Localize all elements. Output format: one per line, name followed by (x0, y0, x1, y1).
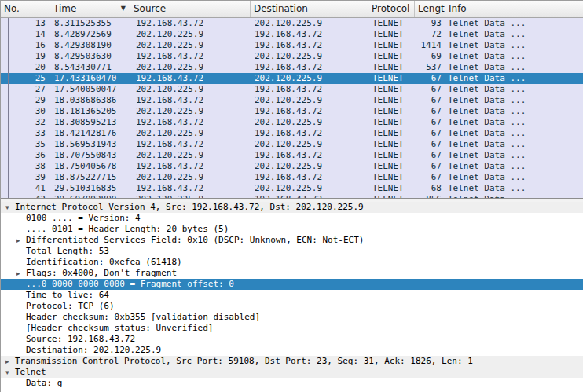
cell-destination: 202.120.225.9 (251, 139, 368, 150)
packet-row[interactable]: 198.429503630192.168.43.72202.120.225.9T… (1, 51, 583, 62)
column-header-time[interactable]: Time ▼ (50, 1, 130, 17)
cell-info: Telnet Data ... (446, 84, 583, 95)
cell-info: Telnet Data ... (446, 29, 583, 40)
detail-row-text: Identification: 0xefea (61418) (1, 257, 182, 268)
cell-protocol: TELNET (368, 29, 415, 40)
detail-row-text: Data: g (1, 378, 62, 389)
cell-destination: 192.168.43.72 (251, 29, 368, 40)
column-header-info[interactable]: Info (446, 1, 583, 17)
cell-time: 18.308595213 (50, 117, 130, 128)
cell-info: Telnet Data ... (446, 117, 583, 128)
cell-protocol: TELNET (368, 73, 415, 84)
sort-descending-icon: ▼ (121, 1, 126, 16)
column-header-no[interactable]: No. (1, 1, 50, 17)
cell-source: 192.168.43.72 (130, 95, 251, 106)
expander-expanded-icon[interactable]: ▾ (6, 202, 9, 213)
packet-row[interactable]: 148.428972569202.120.225.9192.168.43.72T… (1, 29, 583, 40)
cell-protocol: TELNET (368, 128, 415, 139)
packet-row[interactable]: 168.429308190202.120.225.9192.168.43.72T… (1, 40, 583, 51)
detail-row[interactable]: .... 0101 = Header Length: 20 bytes (5) (1, 224, 583, 235)
detail-row[interactable]: ▸Transmission Control Protocol, Src Port… (1, 356, 583, 367)
detail-row[interactable]: [Header checksum status: Unverified] (1, 323, 583, 334)
cell-info: Telnet Data ... (446, 51, 583, 62)
detail-row[interactable]: ▸Flags: 0x4000, Don't fragment (1, 268, 583, 279)
packet-row[interactable]: 3218.308595213192.168.43.72202.120.225.9… (1, 117, 583, 128)
cell-time: 18.181365205 (50, 106, 130, 117)
cell-length: 67 (415, 84, 446, 95)
cell-time: 18.421428176 (50, 128, 130, 139)
detail-row[interactable]: 0100 .... = Version: 4 (1, 213, 583, 224)
wireshark-capture-window: No. Time ▼ Source Destination Protocol L… (0, 0, 583, 392)
detail-row[interactable]: Protocol: TCP (6) (1, 301, 583, 312)
cell-length: 67 (415, 150, 446, 161)
column-header-length[interactable]: Length (415, 1, 446, 17)
detail-row[interactable]: Identification: 0xefea (61418) (1, 257, 583, 268)
cell-protocol: TELNET (368, 84, 415, 95)
detail-row[interactable]: ▾Telnet (1, 367, 583, 378)
cell-time: 17.540050047 (50, 84, 130, 95)
cell-source: 192.168.43.72 (130, 73, 251, 84)
cell-source: 202.120.225.9 (130, 84, 251, 95)
packet-row[interactable]: 3318.421428176202.120.225.9192.168.43.72… (1, 128, 583, 139)
packet-list-header: No. Time ▼ Source Destination Protocol L… (1, 1, 583, 18)
cell-info: Telnet Data ... (446, 194, 583, 198)
cell-destination: 192.168.43.72 (251, 40, 368, 51)
expander-expanded-icon[interactable]: ▾ (6, 367, 9, 378)
cell-protocol: TELNET (368, 139, 415, 150)
cell-protocol: TELNET (368, 117, 415, 128)
cell-time: 8.429308190 (50, 40, 130, 51)
cell-time: 18.875227715 (50, 172, 130, 183)
detail-row-text: Total Length: 53 (1, 246, 109, 257)
cell-source: 192.168.43.72 (130, 161, 251, 172)
column-header-source[interactable]: Source (130, 1, 251, 17)
packet-row[interactable]: 3618.707550843202.120.225.9192.168.43.72… (1, 150, 583, 161)
detail-row-text: Transmission Control Protocol, Src Port:… (1, 356, 473, 367)
cell-length: 68 (415, 183, 446, 194)
cell-destination: 202.120.225.9 (251, 95, 368, 106)
detail-row[interactable]: Header checksum: 0xb355 [validation disa… (1, 312, 583, 323)
packet-row[interactable]: 138.311525355192.168.43.72202.120.225.9T… (1, 18, 583, 29)
column-header-protocol[interactable]: Protocol (368, 1, 415, 17)
detail-row-text: Differentiated Services Field: 0x10 (DSC… (1, 235, 364, 246)
cell-length: 67 (415, 128, 446, 139)
detail-row[interactable]: ▸Differentiated Services Field: 0x10 (DS… (1, 235, 583, 246)
cell-info: Telnet Data ... (446, 183, 583, 194)
cell-destination: 202.120.225.9 (251, 51, 368, 62)
packet-row[interactable]: 3018.181365205202.120.225.9192.168.43.72… (1, 106, 583, 117)
detail-row[interactable]: Total Length: 53 (1, 246, 583, 257)
detail-row[interactable]: Time to live: 64 (1, 290, 583, 301)
packet-row[interactable]: 208.543430771202.120.225.9192.168.43.72T… (1, 62, 583, 73)
cell-protocol: TELNET (368, 106, 415, 117)
detail-row[interactable]: Destination: 202.120.225.9 (1, 345, 583, 356)
packet-row[interactable]: 3518.569531943192.168.43.72202.120.225.9… (1, 139, 583, 150)
cell-time: 17.433160470 (50, 73, 130, 84)
packet-row[interactable]: 3918.875227715202.120.225.9192.168.43.72… (1, 172, 583, 183)
packet-row[interactable]: 2918.038686386192.168.43.72202.120.225.9… (1, 95, 583, 106)
cell-info: Telnet Data ... (446, 106, 583, 117)
packet-list: 138.311525355192.168.43.72202.120.225.9T… (1, 18, 583, 198)
column-header-destination[interactable]: Destination (251, 1, 368, 17)
cell-time: 18.569531943 (50, 139, 130, 150)
packet-row[interactable]: 4129.510316835192.168.43.72202.120.225.9… (1, 183, 583, 194)
cell-time: 8.543430771 (50, 62, 130, 73)
cell-source: 202.120.225.9 (130, 150, 251, 161)
cell-length: 67 (415, 172, 446, 183)
cell-destination: 192.168.43.72 (251, 106, 368, 117)
cell-length: 67 (415, 139, 446, 150)
detail-row-selected[interactable]: ...0 0000 0000 0000 = Fragment offset: 0 (1, 279, 583, 290)
expander-collapsed-icon[interactable]: ▸ (6, 356, 9, 367)
cell-length: 67 (415, 95, 446, 106)
detail-row[interactable]: Data: g (1, 378, 583, 389)
cell-destination: 192.168.43.72 (251, 172, 368, 183)
packet-row[interactable]: 2717.540050047202.120.225.9192.168.43.72… (1, 84, 583, 95)
cell-length: 67 (415, 161, 446, 172)
expander-collapsed-icon[interactable]: ▸ (16, 268, 20, 279)
packet-row-selected[interactable]: 2517.433160470192.168.43.72202.120.225.9… (1, 73, 583, 84)
detail-row[interactable]: ▾Internet Protocol Version 4, Src: 192.1… (1, 202, 583, 213)
packet-row[interactable]: 4229.607092890202.120.225.9192.168.43.72… (1, 194, 583, 198)
detail-row[interactable]: Source: 192.168.43.72 (1, 334, 583, 345)
cell-destination: 192.168.43.72 (251, 194, 368, 198)
packet-row[interactable]: 3818.750405678192.168.43.72202.120.225.9… (1, 161, 583, 172)
expander-collapsed-icon[interactable]: ▸ (16, 235, 20, 246)
cell-length: 69 (415, 51, 446, 62)
